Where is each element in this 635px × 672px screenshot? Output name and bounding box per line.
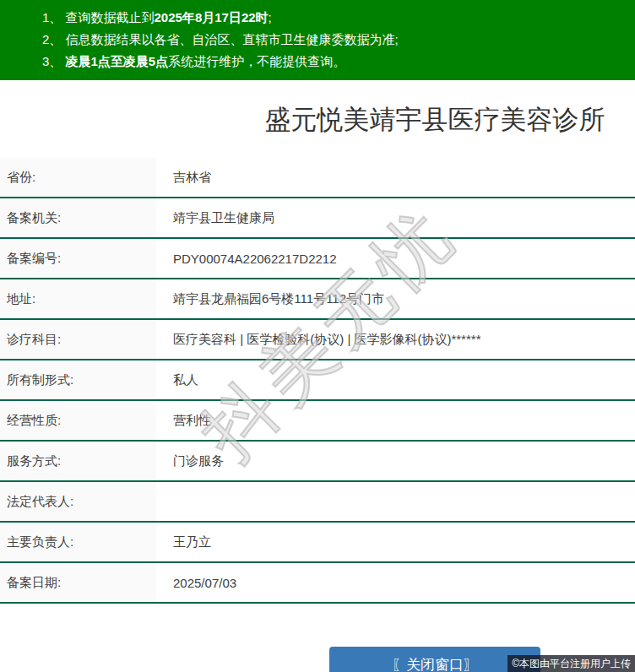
field-value: 私人 — [156, 360, 635, 399]
table-row-filing-authority: 备案机关: 靖宇县卫生健康局 — [0, 198, 635, 239]
page-container: 1、 查询数据截止到2025年8月17日22时; 2、 信息数据结果以各省、自治… — [0, 0, 635, 672]
notice-line-1: 1、 查询数据截止到2025年8月17日22时; — [42, 7, 635, 29]
field-label: 法定代表人: — [0, 482, 156, 521]
field-value: 门诊服务 — [156, 442, 635, 480]
field-value — [156, 482, 635, 521]
field-label: 主要负责人: — [0, 523, 156, 561]
notice-3-text: 3、 — [42, 54, 66, 68]
field-value: 医疗美容科 | 医学检验科(协议) | 医学影像科(协议)****** — [156, 320, 635, 359]
record-table: 省份: 吉林省 备案机关: 靖宇县卫生健康局 备案编号: PDY00074A22… — [0, 158, 635, 604]
table-row-principal: 主要负责人: 王乃立 — [0, 523, 635, 563]
table-row-filing-date: 备案日期: 2025/07/03 — [0, 563, 635, 604]
notice-3-bold: 凌晨1点至凌晨5点 — [66, 54, 169, 68]
field-label: 经营性质: — [0, 401, 156, 440]
field-label: 所有制形式: — [0, 360, 156, 399]
table-row-service-mode: 服务方式: 门诊服务 — [0, 442, 635, 482]
notice-line-3: 3、 凌晨1点至凌晨5点系统进行维护，不能提供查询。 — [42, 51, 635, 73]
field-value: 靖宇县龙鼎福园6号楼111号112号门市 — [156, 279, 635, 318]
notice-1-bold: 2025年8月17日22时 — [155, 10, 269, 24]
table-row-filing-number: 备案编号: PDY00074A22062217D2212 — [0, 239, 635, 279]
page-title: 盛元悦美靖宇县医疗美容诊所 — [0, 104, 635, 136]
copyright-badge: ©本图由平台注册用户上传 — [507, 655, 635, 672]
notice-3-suffix: 系统进行维护，不能提供查询。 — [168, 54, 345, 68]
field-value: 营利性 — [156, 401, 635, 440]
field-value: 2025/07/03 — [156, 563, 635, 602]
field-label: 诊疗科目: — [0, 320, 156, 359]
field-label: 地址: — [0, 279, 156, 318]
table-row-ownership: 所有制形式: 私人 — [0, 360, 635, 401]
field-label: 备案机关: — [0, 198, 156, 237]
field-value: 王乃立 — [156, 523, 635, 561]
field-label: 省份: — [0, 158, 156, 197]
field-value: 靖宇县卫生健康局 — [156, 198, 635, 237]
field-label: 服务方式: — [0, 442, 156, 480]
notice-1-text: 1、 查询数据截止到 — [42, 10, 155, 24]
notice-bar: 1、 查询数据截止到2025年8月17日22时; 2、 信息数据结果以各省、自治… — [0, 0, 635, 80]
table-row-address: 地址: 靖宇县龙鼎福园6号楼111号112号门市 — [0, 279, 635, 320]
table-row-legal-representative: 法定代表人: — [0, 482, 635, 523]
field-label: 备案日期: — [0, 563, 156, 602]
field-value: 吉林省 — [156, 158, 635, 197]
table-row-business-nature: 经营性质: 营利性 — [0, 401, 635, 442]
notice-1-suffix: ; — [269, 10, 272, 24]
field-value: PDY00074A22062217D2212 — [156, 239, 635, 278]
notice-line-2: 2、 信息数据结果以各省、自治区、直辖市卫生健康委数据为准; — [42, 29, 635, 51]
notice-2-text: 2、 信息数据结果以各省、自治区、直辖市卫生健康委数据为准; — [42, 32, 399, 46]
table-row-departments: 诊疗科目: 医疗美容科 | 医学检验科(协议) | 医学影像科(协议)*****… — [0, 320, 635, 360]
table-row-province: 省份: 吉林省 — [0, 158, 635, 198]
field-label: 备案编号: — [0, 239, 156, 278]
